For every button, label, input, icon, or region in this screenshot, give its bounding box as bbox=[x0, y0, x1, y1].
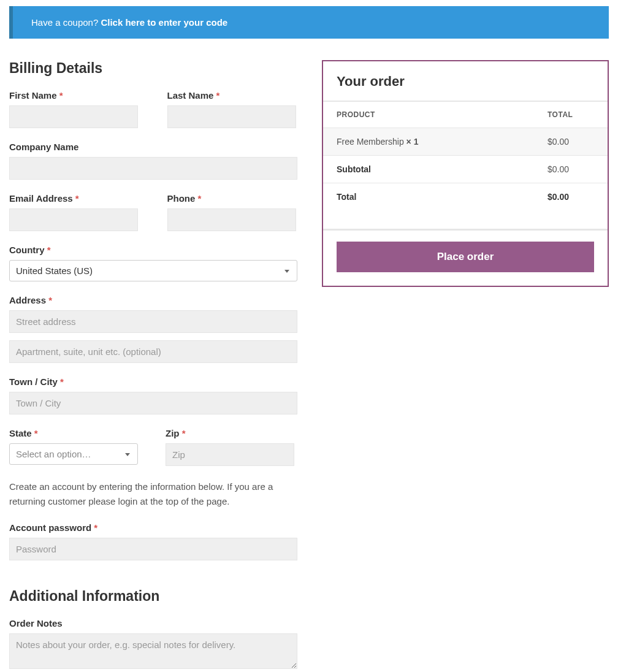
email-label: Email Address bbox=[9, 193, 75, 204]
country-value: United States (US) bbox=[16, 265, 93, 276]
zip-field: Zip * bbox=[166, 428, 294, 466]
state-placeholder: Select an option… bbox=[16, 449, 91, 459]
required-mark: * bbox=[216, 90, 220, 101]
order-box: Your order Product Total Free Membership… bbox=[322, 60, 609, 287]
additional-heading: Additional Information bbox=[9, 588, 297, 605]
required-mark: * bbox=[60, 376, 64, 387]
order-subtotal-row: Subtotal $0.00 bbox=[323, 156, 608, 183]
state-label: State bbox=[9, 428, 34, 438]
order-subtotal-label: Subtotal bbox=[323, 156, 534, 183]
company-input[interactable] bbox=[9, 157, 297, 180]
order-subtotal-value: $0.00 bbox=[534, 156, 608, 183]
required-mark: * bbox=[75, 193, 79, 204]
email-input[interactable] bbox=[9, 208, 138, 231]
place-order-button[interactable]: Place order bbox=[337, 242, 594, 272]
order-product-total: $0.00 bbox=[534, 128, 608, 156]
address-field: Address * bbox=[9, 295, 297, 333]
billing-column: Billing Details First Name * Last Name *… bbox=[9, 60, 297, 669]
phone-field: Phone * bbox=[167, 193, 298, 231]
order-column: Your order Product Total Free Membership… bbox=[322, 60, 609, 287]
password-input[interactable] bbox=[9, 538, 297, 560]
phone-input[interactable] bbox=[167, 208, 296, 231]
required-mark: * bbox=[59, 90, 63, 101]
notes-label: Order Notes bbox=[9, 618, 297, 628]
zip-input[interactable] bbox=[166, 443, 294, 466]
coupon-banner: Have a coupon? Click here to enter your … bbox=[9, 6, 609, 39]
coupon-prompt: Have a coupon? bbox=[31, 17, 101, 28]
first-name-field: First Name * bbox=[9, 90, 140, 128]
required-mark: * bbox=[94, 522, 97, 533]
last-name-input[interactable] bbox=[167, 105, 296, 128]
street-input[interactable] bbox=[9, 310, 297, 333]
password-field: Account password * bbox=[9, 522, 297, 560]
city-field: Town / City * bbox=[9, 376, 297, 414]
order-product-name: Free Membership bbox=[337, 137, 406, 147]
last-name-field: Last Name * bbox=[167, 90, 298, 128]
company-field: Company Name bbox=[9, 142, 297, 180]
required-mark: * bbox=[198, 193, 202, 204]
order-col-total: Total bbox=[534, 101, 608, 128]
country-select[interactable]: United States (US) bbox=[9, 260, 297, 281]
country-field: Country * United States (US) bbox=[9, 245, 297, 281]
required-mark: * bbox=[47, 245, 51, 255]
address-label: Address bbox=[9, 295, 48, 305]
last-name-label: Last Name bbox=[167, 90, 216, 101]
state-select[interactable]: Select an option… bbox=[9, 443, 138, 465]
order-total-label: Total bbox=[323, 183, 534, 211]
country-label: Country bbox=[9, 245, 47, 255]
notes-input[interactable] bbox=[9, 633, 297, 669]
order-total-value: $0.00 bbox=[534, 183, 608, 211]
city-label: Town / City bbox=[9, 376, 60, 387]
required-mark: * bbox=[182, 428, 186, 438]
order-col-product: Product bbox=[323, 101, 534, 128]
required-mark: * bbox=[48, 295, 52, 305]
order-total-row: Total $0.00 bbox=[323, 183, 608, 211]
email-field: Email Address * bbox=[9, 193, 140, 231]
phone-label: Phone bbox=[167, 193, 198, 204]
apt-field bbox=[9, 340, 297, 363]
account-help-text: Create an account by entering the inform… bbox=[9, 479, 297, 509]
first-name-label: First Name bbox=[9, 90, 59, 101]
required-mark: * bbox=[34, 428, 38, 438]
apt-input[interactable] bbox=[9, 340, 297, 363]
company-label: Company Name bbox=[9, 142, 297, 152]
first-name-input[interactable] bbox=[9, 105, 138, 128]
coupon-link[interactable]: Click here to enter your code bbox=[101, 17, 227, 28]
order-table: Product Total Free Membership × 1 $0.00 … bbox=[323, 101, 608, 210]
zip-label: Zip bbox=[166, 428, 182, 438]
city-input[interactable] bbox=[9, 392, 297, 414]
state-field: State * Select an option… bbox=[9, 428, 138, 466]
notes-field: Order Notes bbox=[9, 618, 297, 669]
order-footer: Place order bbox=[323, 229, 608, 286]
order-product-qty: × 1 bbox=[406, 137, 419, 147]
password-label: Account password bbox=[9, 522, 94, 533]
order-product-row: Free Membership × 1 $0.00 bbox=[323, 128, 608, 156]
order-heading: Your order bbox=[323, 61, 608, 101]
billing-heading: Billing Details bbox=[9, 60, 297, 77]
